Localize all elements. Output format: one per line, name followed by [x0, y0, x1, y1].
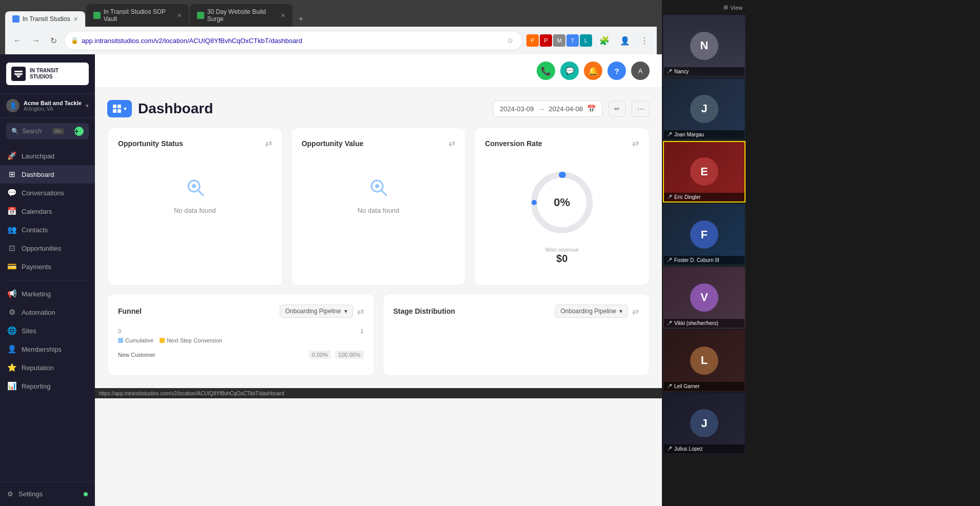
menu-button[interactable]: ⋮	[637, 34, 652, 48]
ext-icon-red[interactable]: P	[540, 34, 552, 47]
sidebar-item-opportunities[interactable]: ⊡ Opportunities	[0, 239, 95, 257]
tab-in-transit-studios[interactable]: In Transit Studios ✕	[5, 11, 85, 27]
dashboard-title: Dashboard	[138, 100, 213, 117]
add-button[interactable]: +	[74, 127, 84, 136]
sidebar-item-conversations[interactable]: 💬 Conversations	[0, 184, 95, 202]
widget-settings-icon-conv-rate[interactable]: ⇄	[632, 138, 639, 148]
funnel-axis-right: 1	[360, 328, 363, 334]
no-data-opp-value: No data found	[302, 156, 456, 235]
sidebar-item-memberships[interactable]: 👤 Memberships	[0, 340, 95, 358]
address-bar[interactable]: 🔒 app.intransitstudios.com/v2/location/A…	[64, 31, 522, 50]
search-placeholder: Search	[22, 128, 42, 135]
extension-icons: P P M T L	[526, 34, 592, 47]
sidebar-item-launchpad[interactable]: 🚀 Launchpad	[0, 147, 95, 165]
tab-close-2[interactable]: ✕	[177, 12, 182, 19]
sidebar-item-reputation[interactable]: ⭐ Reputation	[0, 358, 95, 377]
video-name-vikki: 🎤 Vikki (she/her/hers)	[664, 319, 744, 328]
sidebar-item-payments[interactable]: 💳 Payments	[0, 257, 95, 276]
ext-icon-teal[interactable]: L	[580, 34, 592, 47]
search-shortcut: ⌘K	[52, 128, 64, 134]
sidebar-item-reporting[interactable]: 📊 Reporting	[0, 377, 95, 395]
date-arrow-icon: →	[538, 105, 545, 113]
main-header: 📞 💬 🔔 ? A	[95, 54, 662, 88]
tab-30-day[interactable]: 30 Day Website Build Surge ✕	[190, 4, 292, 27]
sidebar-item-sites[interactable]: 🌐 Sites	[0, 321, 95, 340]
participant-name-leil: Leil Garner	[674, 383, 699, 389]
dashboard-icon-btn[interactable]: ▾	[107, 100, 132, 117]
automation-icon: ⚙	[7, 308, 16, 317]
edit-button[interactable]: ✏	[609, 101, 625, 117]
phone-button[interactable]: 📞	[537, 62, 555, 80]
widgets-row-bottom: Funnel Onboarding Pipeline ▾ ⇄	[107, 294, 650, 376]
tab-sop-vault[interactable]: In Transit Studios SOP Vault ✕	[86, 4, 189, 27]
participant-name-joan: Joan Margau	[674, 132, 704, 137]
funnel-pipeline-label: Onboarding Pipeline	[285, 308, 341, 315]
bookmark-icon[interactable]: ☆	[505, 34, 516, 47]
funnel-pipeline-select[interactable]: Onboarding Pipeline ▾	[280, 305, 353, 318]
funnel-axis-left: 0	[118, 328, 121, 334]
donut-center: 0%	[554, 196, 570, 209]
participant-name-nancy: Nancy	[674, 69, 689, 74]
launchpad-icon: 🚀	[7, 151, 16, 160]
sidebar-item-label-automation: Automation	[22, 309, 55, 316]
sidebar-item-label-payments: Payments	[22, 263, 51, 271]
sidebar-logo: IN TRANSIT STUDIOS	[0, 54, 95, 94]
more-options-button[interactable]: ⋯	[632, 101, 650, 117]
no-data-text-opp-value: No data found	[358, 207, 400, 214]
ext-icon-orange[interactable]: P	[526, 34, 539, 47]
new-tab-button[interactable]: +	[293, 11, 308, 27]
mic-muted-icon-leil: 🎤	[667, 384, 672, 389]
sidebar-item-label-marketing: Marketing	[22, 290, 51, 298]
account-icon: 👤	[6, 99, 19, 112]
search-icon: 🔍	[11, 128, 19, 135]
widget-settings-icon-funnel[interactable]: ⇄	[357, 307, 364, 316]
sidebar-item-automation[interactable]: ⚙ Automation	[0, 303, 95, 321]
sidebar-item-dashboard[interactable]: ⊞ Dashboard Dashboard	[0, 165, 95, 184]
svg-rect-4	[117, 105, 121, 108]
funnel-row-new-customer: New Customer 0.00% 100.00%	[118, 349, 364, 361]
sidebar-item-contacts[interactable]: 👥 Contacts	[0, 220, 95, 239]
notification-button[interactable]: 🔔	[584, 62, 602, 80]
tab-close-1[interactable]: ✕	[73, 16, 78, 23]
widget-settings-icon-opp-status[interactable]: ⇄	[265, 138, 272, 148]
sidebar-item-settings[interactable]: ⚙ Settings	[6, 487, 89, 501]
no-data-icon-opp-status	[185, 177, 205, 201]
chevron-down-icon-stage: ▾	[619, 308, 622, 315]
video-tile-julius: J 🎤 Julius Lopez	[663, 393, 746, 455]
video-panel: ⊞ View N 🎤 Nancy J 🎤 Joan Margau	[662, 0, 747, 506]
sidebar-item-marketing[interactable]: 📢 Marketing	[0, 285, 95, 303]
marketing-icon: 📢	[7, 289, 16, 298]
forward-button[interactable]: →	[29, 34, 43, 47]
back-button[interactable]: ←	[10, 34, 25, 47]
help-button[interactable]: ?	[607, 62, 626, 80]
chat-button[interactable]: 💬	[560, 62, 579, 80]
no-data-text-opp-status: No data found	[174, 207, 216, 214]
video-name-nancy: 🎤 Nancy	[664, 67, 744, 76]
contacts-icon: 👥	[7, 225, 16, 234]
sidebar-account[interactable]: 👤 Acme Bait and Tackle Arlington, VA ▾	[0, 94, 95, 118]
ext-icon-gray[interactable]: M	[553, 34, 565, 47]
calendar-icon: 📅	[587, 105, 596, 113]
widget-header-opp-status: Opportunity Status ⇄	[118, 138, 272, 148]
search-box[interactable]: 🔍 Search ⌘K +	[6, 123, 89, 139]
stage-pipeline-select[interactable]: Onboarding Pipeline ▾	[555, 305, 628, 318]
video-tile-vikki: V 🎤 Vikki (she/her/hers)	[663, 267, 746, 329]
ext-icon-blue[interactable]: T	[566, 34, 579, 47]
reporting-icon: 📊	[7, 381, 16, 391]
tab-close-3[interactable]: ✕	[281, 12, 285, 19]
widget-title-stage: Stage Distribution	[394, 307, 456, 315]
avatar-julius: J	[690, 409, 718, 437]
refresh-button[interactable]: ↻	[47, 34, 60, 48]
user-avatar-button[interactable]: A	[631, 62, 650, 80]
logo-text: IN TRANSIT STUDIOS	[30, 68, 58, 80]
widget-settings-icon-opp-value[interactable]: ⇄	[448, 138, 455, 148]
mic-muted-icon-nancy: 🎤	[667, 69, 672, 74]
sidebar-item-calendars[interactable]: 📅 Calendars	[0, 202, 95, 220]
widget-header-stage: Stage Distribution Onboarding Pipeline ▾…	[394, 305, 639, 318]
extensions-button[interactable]: 🧩	[596, 34, 613, 48]
legend-next: Next Step	[167, 337, 191, 343]
widget-settings-icon-stage[interactable]: ⇄	[632, 307, 639, 316]
widget-title-opp-status: Opportunity Status	[118, 139, 183, 148]
profile-button[interactable]: 👤	[617, 34, 633, 48]
date-range-picker[interactable]: 2024-03-09 → 2024-04-08 📅	[493, 100, 602, 117]
